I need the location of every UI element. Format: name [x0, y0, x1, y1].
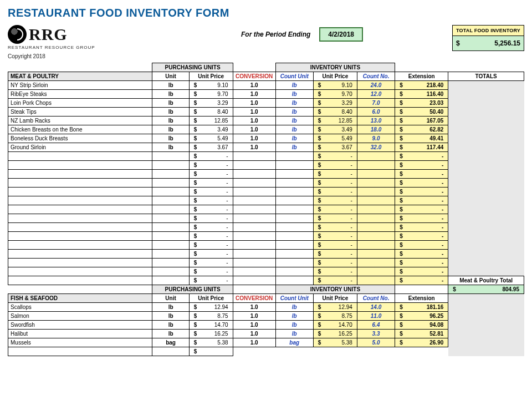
item-unit[interactable]: lb [152, 321, 189, 330]
table-row-blank: $-$-$- [8, 188, 524, 196]
item-conversion[interactable]: 1.0 [233, 125, 275, 134]
item-count-unit[interactable]: lb [275, 321, 313, 330]
item-conversion[interactable]: 1.0 [233, 90, 275, 99]
item-count-no[interactable]: 3.3 [357, 330, 395, 338]
item-count-unit[interactable]: lb [275, 108, 313, 117]
item-unit[interactable]: lb [152, 81, 189, 90]
item-conversion[interactable]: 1.0 [233, 99, 275, 108]
table-row: Musselsbag$5.381.0bag$5.385.0$26.90 [8, 338, 524, 347]
item-count-no[interactable]: 14.0 [357, 303, 395, 312]
item-count-unit[interactable]: lb [275, 312, 313, 321]
table-row-blank: $-$-$- [8, 196, 524, 205]
item-count-unit[interactable]: lb [275, 81, 313, 90]
item-unit[interactable]: lb [152, 330, 189, 338]
item-unit-price[interactable]: $8.75 [189, 312, 233, 321]
item-count-unit[interactable]: lb [275, 134, 313, 143]
item-inv-unit-price[interactable]: $3.29 [313, 99, 357, 108]
item-conversion[interactable]: 1.0 [233, 312, 275, 321]
item-inv-unit-price[interactable]: $5.38 [313, 338, 357, 347]
col-count-no: Count No. [357, 294, 395, 303]
item-unit-price[interactable]: $3.49 [189, 125, 233, 134]
item-extension: $117.44 [395, 143, 448, 152]
item-extension: $52.81 [395, 330, 448, 338]
item-unit-price[interactable]: $9.10 [189, 81, 233, 90]
item-count-unit[interactable]: lb [275, 303, 313, 312]
item-inv-unit-price[interactable]: $12.85 [313, 117, 357, 125]
item-count-unit[interactable]: lb [275, 125, 313, 134]
item-count-no[interactable]: 18.0 [357, 125, 395, 134]
table-row-blank: $-$-$- [8, 152, 524, 161]
period-block: For the Period Ending 4/2/2018 [241, 25, 363, 42]
item-unit[interactable]: lb [152, 312, 189, 321]
item-count-no[interactable]: 32.0 [357, 143, 395, 152]
table-row: NZ Lamb Rackslb$12.851.0lb$12.8513.0$167… [8, 117, 524, 125]
item-count-unit[interactable]: lb [275, 330, 313, 338]
item-name: RibEye Steaks [8, 90, 152, 99]
item-conversion[interactable]: 1.0 [233, 143, 275, 152]
item-inv-unit-price[interactable]: $5.49 [313, 134, 357, 143]
item-unit-price[interactable]: $14.70 [189, 321, 233, 330]
item-conversion[interactable]: 1.0 [233, 321, 275, 330]
table-row-blank: $-$-$- [8, 161, 524, 170]
item-conversion[interactable]: 1.0 [233, 303, 275, 312]
logo-text: RRG [29, 26, 68, 43]
item-count-no[interactable]: 7.0 [357, 99, 395, 108]
item-conversion[interactable]: 1.0 [233, 117, 275, 125]
item-inv-unit-price[interactable]: $9.10 [313, 81, 357, 90]
table-row-blank: $-$-$- [8, 214, 524, 223]
item-unit[interactable]: lb [152, 90, 189, 99]
copyright: Copyright 2018 [8, 53, 152, 59]
item-count-no[interactable]: 6.4 [357, 321, 395, 330]
item-unit-price[interactable]: $12.94 [189, 303, 233, 312]
item-count-unit[interactable]: lb [275, 117, 313, 125]
item-unit[interactable]: lb [152, 303, 189, 312]
period-value[interactable]: 4/2/2018 [319, 27, 363, 42]
item-unit-price[interactable]: $5.38 [189, 338, 233, 347]
item-count-no[interactable]: 5.0 [357, 338, 395, 347]
item-unit[interactable]: lb [152, 117, 189, 125]
item-conversion[interactable]: 1.0 [233, 134, 275, 143]
table-row: Loin Pork Chopslb$3.291.0lb$3.297.0$23.0… [8, 99, 524, 108]
item-unit-price[interactable]: $5.49 [189, 134, 233, 143]
item-unit-price[interactable]: $3.67 [189, 143, 233, 152]
item-conversion[interactable]: 1.0 [233, 338, 275, 347]
item-count-no[interactable]: 9.0 [357, 134, 395, 143]
item-conversion[interactable]: 1.0 [233, 108, 275, 117]
item-conversion[interactable]: 1.0 [233, 81, 275, 90]
item-inv-unit-price[interactable]: $8.75 [313, 312, 357, 321]
item-inv-unit-price[interactable]: $16.25 [313, 330, 357, 338]
item-unit-price[interactable]: $12.85 [189, 117, 233, 125]
item-count-no[interactable]: 12.0 [357, 90, 395, 99]
item-unit[interactable]: lb [152, 143, 189, 152]
item-count-unit[interactable]: lb [275, 90, 313, 99]
item-inv-unit-price[interactable]: $3.49 [313, 125, 357, 134]
item-count-unit[interactable]: bag [275, 338, 313, 347]
item-inv-unit-price[interactable]: $9.70 [313, 90, 357, 99]
item-count-unit[interactable]: lb [275, 143, 313, 152]
item-name: NZ Lamb Racks [8, 117, 152, 125]
item-conversion[interactable]: 1.0 [233, 330, 275, 338]
item-count-no[interactable]: 6.0 [357, 108, 395, 117]
table-row: Boneless Duck Breastslb$5.491.0lb$5.499.… [8, 134, 524, 143]
item-count-unit[interactable]: lb [275, 99, 313, 108]
item-unit-price[interactable]: $3.29 [189, 99, 233, 108]
item-count-no[interactable]: 24.0 [357, 81, 395, 90]
item-unit-price[interactable]: $16.25 [189, 330, 233, 338]
item-name: Halibut [8, 330, 152, 338]
item-inv-unit-price[interactable]: $8.40 [313, 108, 357, 117]
table-row-blank: $-$-$- [8, 232, 524, 241]
item-unit[interactable]: bag [152, 338, 189, 347]
item-unit[interactable]: lb [152, 108, 189, 117]
item-inv-unit-price[interactable]: $12.94 [313, 303, 357, 312]
table-row-blank: $-$-$- [8, 223, 524, 232]
item-inv-unit-price[interactable]: $3.67 [313, 143, 357, 152]
item-unit-price[interactable]: $9.70 [189, 90, 233, 99]
item-unit[interactable]: lb [152, 99, 189, 108]
item-unit[interactable]: lb [152, 125, 189, 134]
item-count-no[interactable]: 13.0 [357, 117, 395, 125]
item-inv-unit-price[interactable]: $14.70 [313, 321, 357, 330]
item-count-no[interactable]: 11.0 [357, 312, 395, 321]
item-unit[interactable]: lb [152, 134, 189, 143]
logo-block: RRG RESTAURANT RESOURCE GROUP Copyright … [8, 25, 152, 59]
item-unit-price[interactable]: $8.40 [189, 108, 233, 117]
